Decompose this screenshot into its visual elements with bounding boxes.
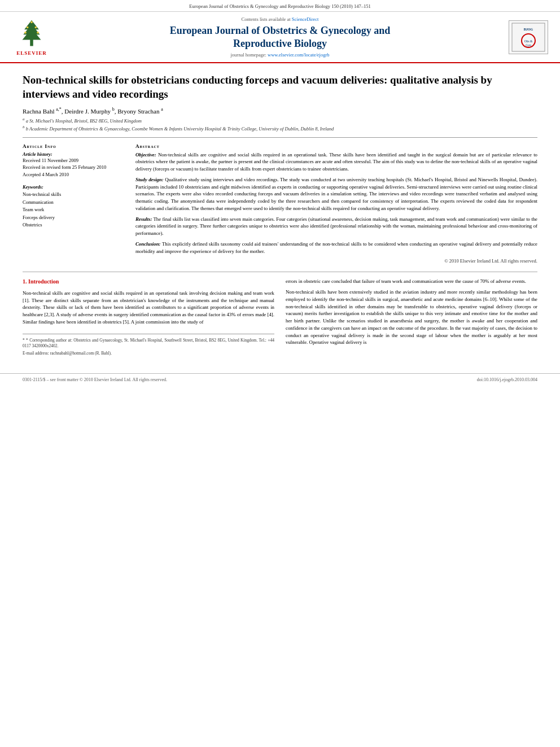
elsevier-tree-icon: [15, 18, 49, 49]
results-text: The final skills list was classified int…: [135, 216, 537, 237]
journal-main-title: European Journal of Obstetrics & Gynecol…: [61, 24, 499, 50]
body-content: 1. Introduction Non-technical skills are…: [23, 278, 537, 357]
authors-line: Rachna Bahl a,*, Deirdre J. Murphy b, Br…: [23, 107, 537, 115]
footnote-corresponding: * * Corresponding author at: Obstetrics …: [23, 338, 274, 350]
affiliation-a: a a St. Michael's Hospital, Bristol, BS2…: [23, 117, 537, 124]
body-para-1: Non-technical skills are cognitive and s…: [23, 290, 274, 326]
sciencedirect-link[interactable]: ScienceDirect: [292, 16, 319, 22]
svg-point-6: [24, 32, 27, 34]
article-history: Article history: Received 11 November 20…: [23, 151, 124, 178]
article-content: Non-technical skills for obstetricians c…: [0, 63, 560, 369]
homepage-url[interactable]: www.elsevier.com/locate/ejogrb: [268, 52, 329, 58]
elsevier-label: ELSEVIER: [16, 50, 47, 56]
body-para-3: Non-technical skills have been extensive…: [286, 289, 537, 346]
body-col-left: 1. Introduction Non-technical skills are…: [23, 278, 274, 357]
authors-text: Rachna Bahl a,*, Deirdre J. Murphy b, Br…: [23, 108, 163, 115]
body-para-2: errors in obstetric care concluded that …: [286, 278, 537, 285]
conclusion-label: Conclusion:: [135, 241, 161, 247]
journal-homepage: journal homepage: www.elsevier.com/locat…: [61, 52, 499, 58]
study-design-text: Qualitative study using interviews and v…: [135, 177, 537, 211]
svg-rect-0: [30, 39, 33, 46]
keyword-3: Team work: [23, 206, 124, 214]
svg-point-5: [35, 27, 37, 29]
journal-header: ELSEVIER Contents lists available at Sci…: [0, 12, 560, 63]
doi-line: doi:10.1016/j.ejogrb.2010.03.004: [477, 377, 537, 382]
elsevier-logo: ELSEVIER: [9, 18, 54, 56]
right-logo-box: BJOG Obs & Gyn: [509, 20, 548, 54]
copyright-line: © 2010 Elsevier Ireland Ltd. All rights …: [135, 258, 537, 264]
keyword-4: Forceps delivery: [23, 214, 124, 222]
objective-text: Non-technical skills are cognitive and s…: [135, 152, 537, 172]
svg-text:BJOG: BJOG: [524, 28, 533, 31]
results-label: Results:: [135, 216, 152, 222]
keywords-section: Keywords: Non-technical skills Communica…: [23, 184, 124, 229]
svg-text:Gyn: Gyn: [526, 43, 531, 47]
journal-citation: European Journal of Obstetrics & Gynecol…: [189, 3, 370, 9]
footnote-email: E-mail address: rachnabahl@hotmail.com (…: [23, 351, 274, 357]
abstract-study-design: Study design: Qualitative study using in…: [135, 176, 537, 212]
page-bottom: 0301-2115/$ – see front matter © 2010 El…: [0, 373, 560, 382]
article-history-label: Article history:: [23, 151, 124, 157]
accepted-date: Accepted 4 March 2010: [23, 171, 124, 178]
svg-point-8: [30, 21, 33, 24]
keyword-5: Obstetrics: [23, 221, 124, 229]
abstract-results: Results: The final skills list was class…: [135, 216, 537, 237]
issn-line: 0301-2115/$ – see front matter © 2010 El…: [23, 377, 167, 382]
obs-gyn-logo-icon: BJOG Obs & Gyn: [511, 23, 545, 52]
header-divider: [23, 137, 537, 138]
abstract-conclusion: Conclusion: This explicitly defined skil…: [135, 241, 537, 255]
sciencedirect-prefix: Contents lists available at: [242, 16, 292, 22]
article-info-heading: Article Info: [23, 143, 124, 149]
keywords-label: Keywords:: [23, 184, 124, 190]
article-info-column: Article Info Article history: Received 1…: [23, 143, 124, 264]
top-bar: European Journal of Obstetrics & Gynecol…: [0, 0, 560, 12]
abstract-column: Abstract Objective: Non-technical skills…: [135, 143, 537, 264]
affiliation-b: b b Academic Department of Obstetrics & …: [23, 125, 537, 132]
footnotes: * * Corresponding author at: Obstetrics …: [23, 334, 274, 357]
keyword-2: Communication: [23, 199, 124, 207]
article-info-abstract: Article Info Article history: Received 1…: [23, 143, 537, 264]
section1-heading: 1. Introduction: [23, 278, 274, 286]
revised-date: Received in revised form 25 February 201…: [23, 164, 124, 171]
article-title: Non-technical skills for obstetricians c…: [23, 73, 537, 101]
abstract-objective: Objective: Non-technical skills are cogn…: [135, 151, 537, 173]
received-date: Received 11 November 2009: [23, 157, 124, 164]
svg-point-4: [27, 27, 29, 29]
svg-point-7: [37, 32, 39, 34]
section-divider: [23, 272, 537, 272]
journal-title-block: Contents lists available at ScienceDirec…: [61, 16, 499, 58]
study-design-label: Study design:: [135, 177, 164, 182]
keyword-1: Non-technical skills: [23, 191, 124, 199]
abstract-heading: Abstract: [135, 143, 537, 149]
journal-logo-right: BJOG Obs & Gyn: [506, 20, 551, 54]
sciencedirect-line: Contents lists available at ScienceDirec…: [61, 16, 499, 22]
objective-label: Objective:: [135, 152, 156, 158]
conclusion-text: This explicitly defined skills taxonomy …: [135, 241, 537, 254]
svg-text:Obs &: Obs &: [524, 40, 533, 43]
page-container: European Journal of Obstetrics & Gynecol…: [0, 0, 560, 382]
body-col-right: errors in obstetric care concluded that …: [286, 278, 537, 357]
